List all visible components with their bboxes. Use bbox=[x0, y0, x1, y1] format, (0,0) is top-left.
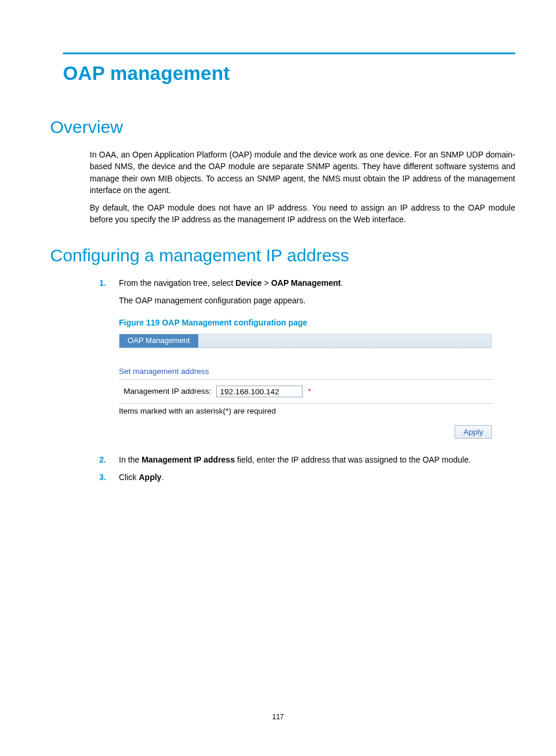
step-2: In the Management IP address field, ente… bbox=[90, 454, 515, 466]
required-asterisk: * bbox=[308, 386, 311, 397]
step-3-pre: Click bbox=[119, 473, 139, 482]
step-1: From the navigation tree, select Device … bbox=[90, 277, 515, 439]
heading-configuring: Configuring a management IP address bbox=[50, 246, 515, 265]
step-1-bold-device: Device bbox=[235, 278, 262, 288]
panel-section-title: Set management address bbox=[119, 366, 492, 380]
step-3: Click Apply. bbox=[90, 471, 515, 483]
overview-paragraph-2: By default, the OAP module does not have… bbox=[90, 202, 515, 226]
tab-oap-management[interactable]: OAP Management bbox=[119, 334, 199, 348]
page-number: 117 bbox=[0, 713, 556, 721]
step-1-suf: . bbox=[341, 278, 343, 288]
top-rule bbox=[63, 52, 515, 54]
step-2-bold: Management IP address bbox=[142, 455, 235, 464]
tab-strip: OAP Management bbox=[119, 334, 492, 348]
page-title: OAP management bbox=[63, 62, 515, 85]
apply-button[interactable]: Apply bbox=[455, 425, 492, 439]
figure-screenshot: OAP Management Set management address Ma… bbox=[119, 334, 492, 439]
management-ip-input[interactable] bbox=[216, 386, 302, 397]
step-2-suf: field, enter the IP address that was ass… bbox=[235, 455, 471, 464]
step-3-suf: . bbox=[161, 473, 164, 482]
step-1-bold-oap: OAP Management bbox=[271, 278, 341, 288]
step-1-text-pre: From the navigation tree, select bbox=[119, 278, 235, 288]
step-1-sep: > bbox=[262, 278, 271, 288]
step-1-sub: The OAP management configuration page ap… bbox=[119, 295, 515, 306]
step-3-bold: Apply bbox=[139, 473, 161, 482]
required-note: Items marked with an asterisk(*) are req… bbox=[119, 403, 492, 417]
figure-caption: Figure 119 OAP Management configuration … bbox=[119, 317, 515, 328]
step-2-pre: In the bbox=[119, 455, 142, 464]
tab-label: OAP Management bbox=[128, 335, 190, 346]
overview-paragraph-1: In OAA, an Open Application Platform (OA… bbox=[90, 149, 515, 196]
field-row-mgmt-ip: Management IP address: * bbox=[119, 380, 492, 403]
field-label-mgmt-ip: Management IP address: bbox=[124, 386, 216, 397]
heading-overview: Overview bbox=[50, 117, 515, 137]
